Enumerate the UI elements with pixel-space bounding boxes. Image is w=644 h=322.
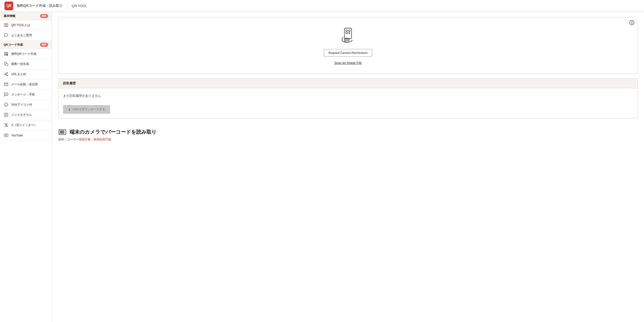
svg-rect-5	[6, 54, 7, 55]
sidebar-item-free-qr-label: 無料QRコード作成	[11, 52, 36, 56]
sidebar-section-create-badge: 無料	[40, 43, 48, 47]
x-icon	[4, 123, 8, 128]
svg-rect-3	[6, 52, 8, 53]
svg-rect-24	[346, 30, 347, 32]
sidebar-item-instagram[interactable]: インスタグラム	[0, 110, 52, 120]
qr-icon	[4, 51, 8, 56]
info-button[interactable]: ℹ	[629, 20, 634, 25]
sidebar-section-create: QRコード作成 無料	[0, 41, 52, 49]
history-box: 読取履歴 まだ読取履歴がありません ⬇ CSVでダウンロードする	[58, 79, 638, 119]
svg-rect-0	[4, 24, 6, 27]
section-main-title: 端末のカメラでバーコードを読み取り	[70, 129, 156, 135]
svg-rect-23	[344, 28, 352, 39]
download-icon: ⬇	[68, 108, 71, 111]
svg-rect-25	[349, 30, 350, 32]
sidebar-item-free-qr[interactable]: 無料QRコード作成	[0, 49, 52, 59]
history-header: 読取履歴	[58, 79, 638, 88]
section-bottom: 端末のカメラでバーコードを読み取り 無料・ユーザー登録不要・商用利用可能	[58, 126, 638, 146]
sidebar-item-instagram-label: インスタグラム	[11, 113, 32, 117]
sidebar-item-sns-label: SNSアイコン付	[11, 103, 32, 107]
csv-button-label: CSVでダウンロードする	[72, 107, 105, 112]
sidebar-item-message[interactable]: メッセージ・手紙	[0, 90, 52, 100]
sidebar-item-youtube[interactable]: YouTube	[0, 130, 52, 140]
sidebar-item-twitter-label: X（旧ツイッター）	[11, 123, 37, 127]
svg-rect-26	[346, 32, 347, 34]
svg-rect-1	[6, 24, 8, 27]
book-icon	[4, 23, 8, 28]
phone-scan-icon	[340, 27, 356, 45]
history-empty-text: まだ読取履歴がありません	[58, 88, 638, 103]
svg-rect-9	[6, 64, 8, 66]
sidebar-item-faq-label: よくあるご質問	[11, 33, 32, 37]
sidebar-item-bulk[interactable]: 複数一括生成	[0, 59, 52, 69]
youtube-icon	[4, 133, 8, 138]
sidebar-item-twitter[interactable]: X（旧ツイッター）	[0, 120, 52, 130]
sidebar-section-basic-label: 基本情報	[4, 14, 15, 18]
svg-rect-20	[4, 113, 8, 117]
smile-icon	[4, 102, 8, 107]
header-subtitle: QR TOOL	[72, 4, 87, 8]
barcode-bracket-icon	[58, 128, 66, 136]
header-divider	[67, 3, 67, 9]
scan-box: ℹ Request Camera Per	[58, 17, 638, 74]
logo[interactable]: QR	[4, 2, 13, 10]
svg-rect-2	[4, 52, 6, 53]
svg-rect-4	[4, 54, 6, 55]
copy-icon	[4, 62, 8, 67]
sidebar-item-mail-label: メール起動・送信用	[11, 82, 38, 86]
csv-download-button: ⬇ CSVでダウンロードする	[63, 105, 110, 114]
mail-icon	[4, 82, 8, 87]
svg-rect-8	[7, 55, 8, 55]
sidebar-item-url-label: URLまとめ	[11, 72, 26, 76]
svg-marker-22	[6, 135, 6, 136]
sidebar-item-sns[interactable]: SNSアイコン付	[0, 100, 52, 110]
chat-icon	[4, 33, 8, 38]
layout: 基本情報 無料 QR TOOLとは よくあるご質問 QRコード作成 無料 無料Q…	[0, 12, 644, 322]
sidebar-item-about[interactable]: QR TOOLとは	[0, 20, 52, 30]
sidebar-section-create-label: QRコード作成	[4, 43, 23, 47]
scan-image-link[interactable]: Scan an Image File	[334, 61, 362, 65]
sidebar: 基本情報 無料 QR TOOLとは よくあるご質問 QRコード作成 無料 無料Q…	[0, 12, 52, 322]
sidebar-item-url[interactable]: URLまとめ	[0, 69, 52, 79]
svg-point-17	[4, 103, 8, 107]
sidebar-section-basic: 基本情報 無料	[0, 12, 52, 20]
sidebar-item-mail[interactable]: メール起動・送信用	[0, 79, 52, 90]
svg-line-13	[6, 74, 6, 75]
section-subtitle: 無料・ユーザー登録不要・商用利用可能	[58, 138, 638, 142]
sidebar-item-bulk-label: 複数一括生成	[11, 62, 29, 66]
camera-permission-button[interactable]: Request Camera Permissions	[324, 49, 372, 57]
svg-line-14	[6, 73, 6, 74]
section-title-row: 端末のカメラでバーコードを読み取り	[58, 128, 638, 136]
header: QR 無料QRコード作成・読み取り QR TOOL	[0, 0, 644, 12]
instagram-icon	[4, 112, 8, 117]
sidebar-item-youtube-label: YouTube	[11, 134, 23, 137]
main-content: ℹ Request Camera Per	[52, 12, 644, 322]
sidebar-item-about-label: QR TOOLとは	[11, 23, 30, 27]
share-icon	[4, 72, 8, 77]
sidebar-item-faq[interactable]: よくあるご質問	[0, 30, 52, 41]
header-title: 無料QRコード作成・読み取り	[17, 4, 62, 8]
history-title: 読取履歴	[63, 81, 76, 85]
message-icon	[4, 92, 8, 97]
sidebar-item-message-label: メッセージ・手紙	[11, 93, 35, 97]
sidebar-section-basic-badge: 無料	[40, 14, 48, 18]
svg-rect-6	[7, 54, 8, 55]
svg-rect-7	[6, 55, 7, 55]
